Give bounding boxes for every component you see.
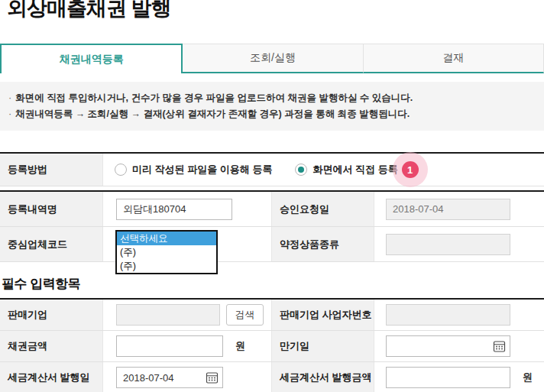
- table-row: 세금계산서 발행일 세금계산서 발행금액 원: [0, 362, 544, 392]
- approval-date-label: 승인요청일: [271, 192, 374, 226]
- notice-line: ·채권내역등록 → 조회/실행 → 결재(상위 결재자가 존재할 경우) 과정을…: [8, 106, 536, 122]
- annotation-badge: 1: [402, 161, 419, 178]
- seller-cell: 검색: [103, 300, 271, 330]
- search-button[interactable]: 검색: [226, 304, 264, 326]
- radio-on-icon[interactable]: [295, 164, 307, 176]
- radio-off-icon[interactable]: [115, 164, 127, 176]
- tax-invoice-amount-cell: 원: [374, 362, 544, 392]
- dropdown-option-selected[interactable]: 선택하세요: [117, 232, 216, 245]
- seller-biz-no-input: [386, 304, 510, 326]
- seller-input: [116, 304, 220, 326]
- maturity-date-cell: [374, 331, 544, 361]
- bond-amount-label: 채권금액: [0, 331, 103, 361]
- entry-name-cell: [103, 192, 271, 226]
- table-row: 채권금액 원 만기일: [0, 331, 544, 362]
- seller-biz-no-label: 판매기업 사업자번호: [271, 300, 374, 330]
- page-title: 외상매출채권 발행: [7, 0, 171, 22]
- table-row: 판매기업 검색 판매기업 사업자번호: [0, 300, 544, 331]
- register-method-label: 등록방법: [0, 154, 103, 186]
- table-row: 등록내역명 승인요청일: [0, 192, 544, 227]
- center-company-code-cell: 선택하세요 (주) (주): [103, 227, 271, 261]
- bond-amount-cell: 원: [103, 331, 271, 361]
- approval-date-input: [386, 199, 510, 220]
- radio-direct-entry[interactable]: 화면에서 직접 등록: [295, 163, 397, 177]
- calendar-icon[interactable]: [206, 371, 219, 384]
- date-picker: [116, 367, 223, 388]
- required-table: 판매기업 검색 판매기업 사업자번호 채권금액 원 만기일: [0, 298, 544, 392]
- date-picker: [386, 335, 510, 357]
- maturity-date-input[interactable]: [386, 335, 510, 357]
- entry-name-input[interactable]: [116, 199, 232, 220]
- bullet-icon: ·: [8, 109, 11, 119]
- entry-name-label: 등록내역명: [0, 192, 103, 226]
- detail-table: 등록내역명 승인요청일 중심업체코드 선택하세요 (주) (주) 약정상품종류: [0, 190, 544, 262]
- currency-unit: 원: [235, 339, 245, 353]
- center-company-code-label: 중심업체코드: [0, 227, 103, 261]
- tax-invoice-amount-label: 세금계산서 발행금액: [271, 362, 374, 392]
- ar-bond-issue-page: 외상매출채권 발행 채권내역등록 조회/실행 결재 ·화면에 직접 투입하시거나…: [0, 0, 544, 392]
- center-company-dropdown[interactable]: 선택하세요 (주) (주): [115, 230, 218, 274]
- currency-unit: 원: [523, 371, 533, 384]
- register-method-table: 등록방법 미리 작성된 파일을 이용해 등록 화면에서 직접 등록 1: [0, 152, 544, 186]
- register-method-row: 등록방법 미리 작성된 파일을 이용해 등록 화면에서 직접 등록 1: [0, 154, 544, 186]
- seller-label: 판매기업: [0, 300, 103, 330]
- agreement-product-input: [386, 234, 510, 255]
- agreement-product-label: 약정상품종류: [271, 227, 374, 261]
- bullet-icon: ·: [8, 92, 11, 103]
- tab-approval[interactable]: 결재: [364, 44, 544, 73]
- dropdown-option[interactable]: (주): [117, 259, 216, 273]
- tab-bar: 채권내역등록 조회/실행 결재: [0, 44, 544, 73]
- tab-bond-entry[interactable]: 채권내역등록: [0, 44, 183, 73]
- bond-amount-input[interactable]: [116, 335, 223, 357]
- table-row: 중심업체코드 선택하세요 (주) (주) 약정상품종류: [0, 227, 544, 262]
- radio-file-upload[interactable]: 미리 작성된 파일을 이용해 등록: [115, 163, 272, 177]
- notice-line: ·화면에 직접 투입하시거나, 건수가 많을 경우 파일을 업로드하여 채권을 …: [8, 90, 536, 106]
- dropdown-option[interactable]: (주): [117, 245, 216, 259]
- agreement-product-cell: [374, 227, 544, 261]
- maturity-date-label: 만기일: [271, 331, 374, 361]
- approval-date-cell: [374, 192, 544, 226]
- step-1-badge: 1: [402, 161, 419, 178]
- radio-group: 미리 작성된 파일을 이용해 등록 화면에서 직접 등록 1: [115, 161, 419, 178]
- register-method-options: 미리 작성된 파일을 이용해 등록 화면에서 직접 등록 1: [103, 154, 544, 186]
- notice-box: ·화면에 직접 투입하시거나, 건수가 많을 경우 파일을 업로드하여 채권을 …: [0, 82, 544, 131]
- required-section-title: 필수 입력항목: [2, 275, 80, 293]
- seller-biz-no-cell: [374, 300, 544, 330]
- calendar-icon[interactable]: [493, 340, 506, 353]
- tax-invoice-amount-input[interactable]: [386, 367, 510, 388]
- tab-inquiry-execute[interactable]: 조회/실행: [183, 44, 363, 73]
- tax-invoice-date-label: 세금계산서 발행일: [0, 362, 103, 392]
- tax-invoice-date-cell: [103, 362, 271, 392]
